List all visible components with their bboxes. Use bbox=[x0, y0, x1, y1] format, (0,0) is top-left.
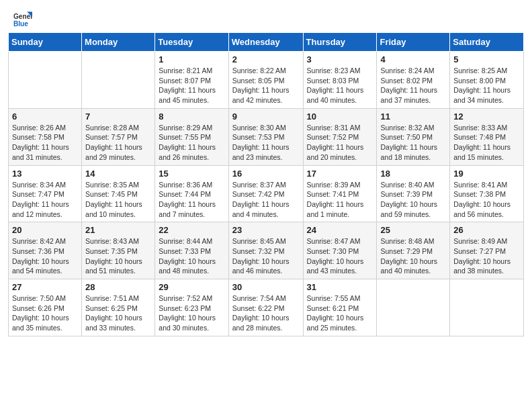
day-info: Sunrise: 7:52 AM Sunset: 6:23 PM Dayligh… bbox=[159, 293, 224, 333]
day-info: Sunrise: 8:21 AM Sunset: 8:07 PM Dayligh… bbox=[159, 66, 224, 105]
day-info: Sunrise: 8:30 AM Sunset: 7:53 PM Dayligh… bbox=[232, 123, 300, 163]
day-info: Sunrise: 8:24 AM Sunset: 8:02 PM Dayligh… bbox=[380, 66, 446, 105]
day-info: Sunrise: 8:23 AM Sunset: 8:03 PM Dayligh… bbox=[307, 66, 373, 105]
day-number: 22 bbox=[159, 225, 224, 235]
day-number: 31 bbox=[307, 282, 373, 292]
calendar-cell bbox=[9, 52, 82, 109]
calendar-cell: 9Sunrise: 8:30 AM Sunset: 7:53 PM Daylig… bbox=[228, 108, 303, 165]
day-info: Sunrise: 8:39 AM Sunset: 7:41 PM Dayligh… bbox=[307, 180, 373, 220]
day-info: Sunrise: 7:55 AM Sunset: 6:21 PM Dayligh… bbox=[307, 293, 373, 333]
weekday-header-saturday: Saturday bbox=[450, 33, 524, 52]
calendar-cell: 12Sunrise: 8:33 AM Sunset: 7:48 PM Dayli… bbox=[450, 108, 524, 165]
day-info: Sunrise: 7:50 AM Sunset: 6:26 PM Dayligh… bbox=[12, 293, 78, 333]
calendar-cell: 26Sunrise: 8:49 AM Sunset: 7:27 PM Dayli… bbox=[450, 222, 524, 279]
day-info: Sunrise: 8:45 AM Sunset: 7:32 PM Dayligh… bbox=[232, 236, 300, 276]
calendar-wrapper: SundayMondayTuesdayWednesdayThursdayFrid… bbox=[0, 32, 532, 345]
day-number: 1 bbox=[159, 54, 224, 64]
day-number: 5 bbox=[453, 54, 520, 64]
calendar-cell bbox=[450, 279, 524, 336]
day-number: 3 bbox=[307, 54, 373, 64]
day-info: Sunrise: 8:31 AM Sunset: 7:52 PM Dayligh… bbox=[307, 123, 373, 163]
day-number: 30 bbox=[232, 282, 300, 292]
day-number: 19 bbox=[453, 169, 520, 179]
calendar-cell: 23Sunrise: 8:45 AM Sunset: 7:32 PM Dayli… bbox=[228, 222, 303, 279]
weekday-header-sunday: Sunday bbox=[9, 33, 82, 52]
day-info: Sunrise: 8:43 AM Sunset: 7:35 PM Dayligh… bbox=[85, 236, 151, 276]
calendar-cell: 8Sunrise: 8:29 AM Sunset: 7:55 PM Daylig… bbox=[155, 108, 228, 165]
weekday-header-thursday: Thursday bbox=[303, 33, 377, 52]
calendar-cell: 28Sunrise: 7:51 AM Sunset: 6:25 PM Dayli… bbox=[82, 279, 155, 336]
calendar-cell: 14Sunrise: 8:35 AM Sunset: 7:45 PM Dayli… bbox=[82, 165, 155, 222]
weekday-header-monday: Monday bbox=[82, 33, 155, 52]
calendar-cell: 27Sunrise: 7:50 AM Sunset: 6:26 PM Dayli… bbox=[9, 279, 82, 336]
day-number: 9 bbox=[232, 111, 300, 122]
weekday-header-friday: Friday bbox=[377, 33, 450, 52]
day-number: 2 bbox=[232, 54, 300, 64]
calendar-cell bbox=[377, 279, 450, 336]
calendar-cell: 13Sunrise: 8:34 AM Sunset: 7:47 PM Dayli… bbox=[9, 165, 82, 222]
calendar-cell: 21Sunrise: 8:43 AM Sunset: 7:35 PM Dayli… bbox=[82, 222, 155, 279]
day-number: 29 bbox=[159, 282, 224, 292]
day-number: 25 bbox=[380, 225, 446, 235]
weekday-header-tuesday: Tuesday bbox=[155, 33, 228, 52]
calendar-cell: 7Sunrise: 8:28 AM Sunset: 7:57 PM Daylig… bbox=[82, 108, 155, 165]
day-info: Sunrise: 8:29 AM Sunset: 7:55 PM Dayligh… bbox=[159, 123, 224, 163]
calendar-table: SundayMondayTuesdayWednesdayThursdayFrid… bbox=[8, 32, 524, 336]
calendar-cell: 6Sunrise: 8:26 AM Sunset: 7:58 PM Daylig… bbox=[9, 108, 82, 165]
day-info: Sunrise: 8:28 AM Sunset: 7:57 PM Dayligh… bbox=[85, 123, 151, 163]
calendar-cell: 18Sunrise: 8:40 AM Sunset: 7:39 PM Dayli… bbox=[377, 165, 450, 222]
calendar-cell: 17Sunrise: 8:39 AM Sunset: 7:41 PM Dayli… bbox=[303, 165, 377, 222]
day-info: Sunrise: 7:54 AM Sunset: 6:22 PM Dayligh… bbox=[232, 293, 300, 333]
day-number: 6 bbox=[12, 111, 78, 122]
day-number: 14 bbox=[85, 169, 151, 179]
header: General Blue bbox=[0, 0, 532, 32]
day-number: 28 bbox=[85, 282, 151, 292]
day-number: 23 bbox=[232, 225, 300, 235]
calendar-cell: 25Sunrise: 8:48 AM Sunset: 7:29 PM Dayli… bbox=[377, 222, 450, 279]
day-info: Sunrise: 8:48 AM Sunset: 7:29 PM Dayligh… bbox=[380, 236, 446, 276]
svg-text:Blue: Blue bbox=[13, 20, 28, 28]
day-number: 15 bbox=[159, 169, 224, 179]
day-info: Sunrise: 8:25 AM Sunset: 8:00 PM Dayligh… bbox=[453, 66, 520, 105]
day-info: Sunrise: 8:40 AM Sunset: 7:39 PM Dayligh… bbox=[380, 180, 446, 220]
day-number: 12 bbox=[453, 111, 520, 122]
day-number: 8 bbox=[159, 111, 224, 122]
calendar-cell: 30Sunrise: 7:54 AM Sunset: 6:22 PM Dayli… bbox=[228, 279, 303, 336]
calendar-cell bbox=[82, 52, 155, 109]
day-number: 10 bbox=[307, 111, 373, 122]
day-info: Sunrise: 8:49 AM Sunset: 7:27 PM Dayligh… bbox=[453, 236, 520, 276]
logo: General Blue bbox=[13, 11, 32, 30]
day-number: 27 bbox=[12, 282, 78, 292]
day-number: 21 bbox=[85, 225, 151, 235]
day-number: 18 bbox=[380, 169, 446, 179]
day-info: Sunrise: 7:51 AM Sunset: 6:25 PM Dayligh… bbox=[85, 293, 151, 333]
calendar-cell: 22Sunrise: 8:44 AM Sunset: 7:33 PM Dayli… bbox=[155, 222, 228, 279]
day-info: Sunrise: 8:44 AM Sunset: 7:33 PM Dayligh… bbox=[159, 236, 224, 276]
day-number: 11 bbox=[380, 111, 446, 122]
calendar-cell: 29Sunrise: 7:52 AM Sunset: 6:23 PM Dayli… bbox=[155, 279, 228, 336]
logo-icon: General Blue bbox=[13, 11, 32, 30]
day-info: Sunrise: 8:37 AM Sunset: 7:42 PM Dayligh… bbox=[232, 180, 300, 220]
calendar-cell: 24Sunrise: 8:47 AM Sunset: 7:30 PM Dayli… bbox=[303, 222, 377, 279]
calendar-cell: 20Sunrise: 8:42 AM Sunset: 7:36 PM Dayli… bbox=[9, 222, 82, 279]
day-info: Sunrise: 8:22 AM Sunset: 8:05 PM Dayligh… bbox=[232, 66, 300, 105]
calendar-header: SundayMondayTuesdayWednesdayThursdayFrid… bbox=[9, 33, 524, 52]
day-number: 17 bbox=[307, 169, 373, 179]
day-info: Sunrise: 8:34 AM Sunset: 7:47 PM Dayligh… bbox=[12, 180, 78, 220]
day-number: 13 bbox=[12, 169, 78, 179]
weekday-header-wednesday: Wednesday bbox=[228, 33, 303, 52]
day-info: Sunrise: 8:36 AM Sunset: 7:44 PM Dayligh… bbox=[159, 180, 224, 220]
day-info: Sunrise: 8:35 AM Sunset: 7:45 PM Dayligh… bbox=[85, 180, 151, 220]
calendar-cell: 5Sunrise: 8:25 AM Sunset: 8:00 PM Daylig… bbox=[450, 52, 524, 109]
calendar-cell: 3Sunrise: 8:23 AM Sunset: 8:03 PM Daylig… bbox=[303, 52, 377, 109]
day-info: Sunrise: 8:26 AM Sunset: 7:58 PM Dayligh… bbox=[12, 123, 78, 163]
calendar-cell: 15Sunrise: 8:36 AM Sunset: 7:44 PM Dayli… bbox=[155, 165, 228, 222]
calendar-cell: 11Sunrise: 8:32 AM Sunset: 7:50 PM Dayli… bbox=[377, 108, 450, 165]
calendar-cell: 2Sunrise: 8:22 AM Sunset: 8:05 PM Daylig… bbox=[228, 52, 303, 109]
day-number: 4 bbox=[380, 54, 446, 64]
day-info: Sunrise: 8:41 AM Sunset: 7:38 PM Dayligh… bbox=[453, 180, 520, 220]
day-info: Sunrise: 8:33 AM Sunset: 7:48 PM Dayligh… bbox=[453, 123, 520, 163]
day-number: 20 bbox=[12, 225, 78, 235]
calendar-cell: 4Sunrise: 8:24 AM Sunset: 8:02 PM Daylig… bbox=[377, 52, 450, 109]
day-info: Sunrise: 8:42 AM Sunset: 7:36 PM Dayligh… bbox=[12, 236, 78, 276]
